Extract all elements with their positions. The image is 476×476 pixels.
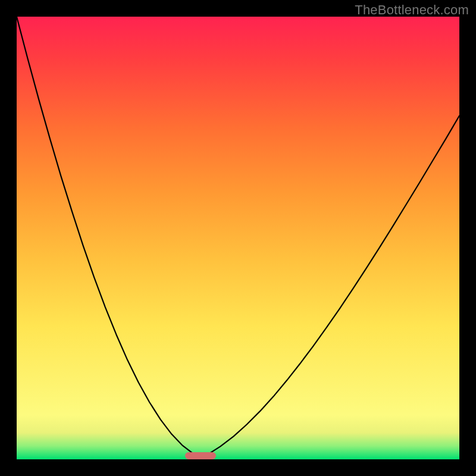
plot-area [17,17,459,459]
bottleneck-curve [17,17,459,459]
watermark-text: TheBottleneck.com [355,2,469,18]
curve-svg [17,17,459,459]
outer-frame: TheBottleneck.com [0,0,476,476]
cusp-marker [185,452,216,459]
